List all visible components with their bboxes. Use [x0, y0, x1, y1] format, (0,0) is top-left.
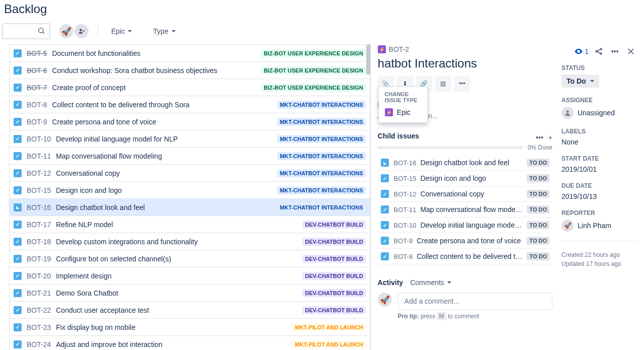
child-issue-row[interactable]: BOT-15 Design icon and logo TO DO	[378, 171, 552, 186]
backlog-row[interactable]: BOT-17 Refine NLP model DEV-CHATBOT BUIL…	[10, 216, 370, 233]
backlog-row[interactable]: BOT-20 Implement design DEV-CHATBOT BUIL…	[10, 267, 370, 285]
epic-badge[interactable]: DEV-CHATBOT BUILD	[302, 289, 365, 297]
issue-detail-pane: BOT-2 hatbot Interactions CHANGE ISSUE T…	[370, 42, 644, 350]
child-key: BOT-16	[394, 159, 417, 167]
share-button[interactable]	[593, 45, 605, 57]
backlog-row[interactable]: BOT-24 Adjust and improve bot interactio…	[10, 336, 370, 350]
backlog-row[interactable]: BOT-21 Demo Sora Chatbot DEV-CHATBOT BUI…	[10, 285, 370, 302]
due-date-value[interactable]: 2019/10/13	[561, 192, 637, 200]
popup-item-epic[interactable]: Epic	[385, 106, 421, 118]
labels-value[interactable]: None	[561, 138, 637, 146]
child-title: Collect content to be delivered throu...	[417, 252, 523, 260]
issue-title: Create proof of concept	[52, 84, 261, 92]
search-input[interactable]	[7, 27, 37, 35]
svg-line-9	[597, 52, 600, 53]
epic-badge[interactable]: MKT-CHATBOT INTERACTIONS	[277, 152, 365, 160]
task-icon	[381, 221, 389, 229]
status-badge[interactable]: TO DO	[527, 190, 549, 198]
epic-badge[interactable]: DEV-CHATBOT BUILD	[302, 306, 365, 314]
backlog-row[interactable]: BOT-9 Create persona and tone of voice M…	[10, 113, 370, 130]
epic-badge[interactable]: MKT-CHATBOT INTERACTIONS	[277, 203, 365, 212]
type-filter-dropdown[interactable]: Type	[149, 25, 179, 37]
child-issue-row[interactable]: BOT-12 Conversational copy TO DO	[378, 186, 552, 202]
share-icon	[594, 47, 603, 56]
comment-input[interactable]: Add a comment...	[398, 293, 552, 310]
backlog-row[interactable]: BOT-5 Document bot functionalities BIZ-B…	[10, 45, 370, 62]
task-icon	[14, 238, 22, 246]
backlog-row[interactable]: BOT-7 Create proof of concept BIZ-BOT US…	[10, 79, 370, 96]
child-issue-row[interactable]: BOT-8 Collect content to be delivered th…	[378, 249, 552, 264]
start-date-label: START DATE	[561, 155, 637, 162]
child-issues-label: Child issues	[378, 132, 419, 140]
status-badge[interactable]: TO DO	[527, 205, 549, 214]
task-icon	[381, 252, 389, 260]
backlog-row[interactable]: BOT-16 Design chatbot look and feel MKT-…	[10, 199, 370, 216]
more-button[interactable]: •••	[609, 45, 621, 57]
task-icon	[14, 152, 22, 160]
reporter-value: Linh Pham	[578, 222, 611, 230]
child-issue-row[interactable]: BOT-11 Map conversational flow modeling …	[378, 202, 552, 218]
issue-title: Develop custom integrations and function…	[56, 238, 302, 246]
backlog-row[interactable]: BOT-23 Fix display bug on mobile MKT-PIL…	[10, 319, 370, 336]
issue-title[interactable]: hatbot Interactions	[378, 56, 552, 71]
backlog-row[interactable]: BOT-22 Conduct user acceptance test DEV-…	[10, 302, 370, 319]
epic-badge[interactable]: BIZ-BOT USER EXPERIENCE DESIGN	[261, 84, 365, 92]
status-badge[interactable]: TO DO	[527, 221, 549, 229]
status-badge[interactable]: TO DO	[527, 252, 549, 260]
issue-key: BOT-11	[27, 152, 51, 160]
child-issue-row[interactable]: BOT-9 Create persona and tone of voice T…	[378, 233, 552, 249]
status-badge[interactable]: TO DO	[527, 237, 549, 245]
activity-filter-dropdown[interactable]: Comments	[410, 278, 451, 287]
watch-button[interactable]: 1	[574, 47, 589, 56]
backlog-row[interactable]: BOT-12 Conversational copy MKT-CHATBOT I…	[10, 165, 370, 182]
epic-badge[interactable]: MKT-CHATBOT INTERACTIONS	[277, 101, 365, 109]
child-more-icon[interactable]: •••	[536, 133, 543, 142]
epic-badge[interactable]: MKT-CHATBOT INTERACTIONS	[277, 169, 365, 177]
backlog-row[interactable]: BOT-19 Configure bot on selected channel…	[10, 250, 370, 267]
toolbar: Epic Type	[0, 20, 644, 42]
child-key: BOT-9	[394, 237, 413, 245]
reporter-field[interactable]: Linh Pham	[561, 220, 637, 232]
backlog-row[interactable]: BOT-10 Develop initial language model fo…	[10, 130, 370, 148]
epic-badge[interactable]: DEV-CHATBOT BUILD	[302, 255, 365, 263]
epic-badge[interactable]: DEV-CHATBOT BUILD	[302, 221, 365, 229]
status-badge[interactable]: TO DO	[527, 174, 549, 182]
child-title: Map conversational flow modeling	[420, 205, 523, 214]
scrollbar-thumb[interactable]	[366, 44, 370, 75]
add-people-button[interactable]	[74, 24, 89, 38]
backlog-pane: BOT-5 Document bot functionalities BIZ-B…	[0, 42, 370, 350]
assignee-field[interactable]: Unassigned	[561, 107, 637, 119]
start-date-value[interactable]: 2019/10/01	[561, 165, 637, 173]
backlog-row[interactable]: BOT-6 Conduct workshop: Sora chatbot bus…	[10, 62, 370, 79]
status-badge[interactable]: TO DO	[527, 159, 549, 167]
child-issue-row[interactable]: BOT-16 Design chatbot look and feel TO D…	[378, 155, 552, 171]
backlog-row[interactable]: BOT-15 Design icon and logo MKT-CHATBOT …	[10, 182, 370, 199]
user-avatar[interactable]	[59, 24, 73, 38]
epic-badge[interactable]: MKT-CHATBOT INTERACTIONS	[277, 186, 365, 194]
issue-key: BOT-7	[27, 84, 47, 92]
epic-filter-dropdown[interactable]: Epic	[107, 25, 136, 37]
epic-badge[interactable]: MKT-CHATBOT INTERACTIONS	[277, 135, 365, 143]
epic-badge[interactable]: BIZ-BOT USER EXPERIENCE DESIGN	[261, 66, 365, 75]
epic-badge[interactable]: DEV-CHATBOT BUILD	[302, 272, 365, 280]
task-icon	[14, 272, 22, 280]
epic-badge[interactable]: DEV-CHATBOT BUILD	[302, 238, 365, 246]
breadcrumb-key[interactable]: BOT-2	[389, 45, 409, 53]
epic-badge[interactable]: MKT-PILOT AND LAUNCH	[292, 323, 365, 331]
more-toolbar-button[interactable]: •••	[454, 76, 470, 92]
task-icon	[14, 255, 22, 263]
epic-badge[interactable]: MKT-PILOT AND LAUNCH	[292, 340, 365, 348]
search-icon	[37, 27, 45, 36]
epic-badge[interactable]: MKT-CHATBOT INTERACTIONS	[277, 118, 365, 126]
epic-badge[interactable]: BIZ-BOT USER EXPERIENCE DESIGN	[261, 49, 365, 57]
status-dropdown[interactable]: To Do	[561, 75, 599, 88]
backlog-row[interactable]: BOT-8 Collect content to be delivered th…	[10, 96, 370, 113]
child-issue-row[interactable]: BOT-10 Develop initial language model fo…	[378, 218, 552, 233]
child-add-icon[interactable]: +	[548, 133, 552, 142]
backlog-row[interactable]: BOT-11 Map conversational flow modeling …	[10, 148, 370, 165]
page-button[interactable]: ▤	[435, 76, 451, 92]
child-key: BOT-11	[394, 206, 417, 214]
backlog-row[interactable]: BOT-18 Develop custom integrations and f…	[10, 233, 370, 250]
close-button[interactable]	[625, 45, 637, 57]
labels-label: LABELS	[561, 128, 637, 135]
